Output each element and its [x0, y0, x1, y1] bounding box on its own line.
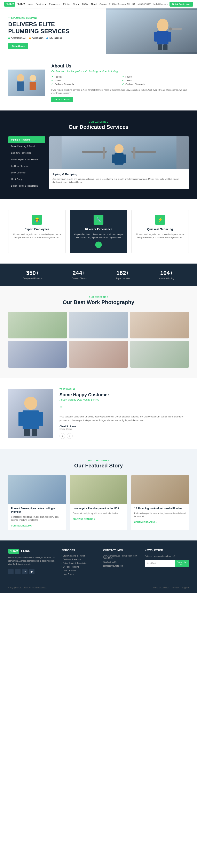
blog-card-content-2: How to get a Plumber permit in the USA C…	[70, 504, 127, 524]
blog-title: Our Featured Story	[8, 463, 189, 469]
feature-arrow-button[interactable]: →	[95, 242, 102, 248]
stat-label-awards: Award Winning	[159, 277, 174, 280]
footer-service-backflow[interactable]: Backflow Prevention	[62, 558, 97, 561]
about-list-item: ✔ Toilets	[51, 79, 118, 82]
testimonial-role: House Owner	[60, 428, 189, 430]
footer-service-leak[interactable]: Leak Detection	[62, 569, 97, 572]
nav-contact[interactable]: Contact	[100, 3, 107, 5]
service-item-24h[interactable]: 24 Hour Plumbing	[8, 163, 45, 169]
svg-rect-18	[123, 155, 126, 163]
service-item-backflow[interactable]: Backflow Prevention	[8, 150, 45, 156]
footer-link-privacy[interactable]: Privacy	[172, 587, 179, 589]
social-linkedin-icon[interactable]: in	[22, 569, 28, 574]
footer-logo-icon: FIJAR	[8, 549, 19, 554]
blog-card-title-2: How to get a Plumber permit in the USA	[73, 507, 124, 510]
services-title: Our Dedicated Services	[8, 124, 189, 130]
footer-bottom: Copyright© 2021 Fijar. All Right Reserve…	[8, 583, 189, 589]
hero-image	[106, 8, 197, 54]
header: FIJAR FIJAR Home Services ▾ Employees Pr…	[0, 0, 197, 8]
nav-pricing[interactable]: Pricing	[63, 3, 70, 5]
stat-clients: 244+ Current Clients	[72, 270, 87, 280]
testimonial-illustration	[8, 389, 53, 438]
get-quote-header-button[interactable]: Get A Quote Now	[169, 2, 193, 7]
feature-title-experience: 10 Years Experience	[74, 227, 123, 231]
blog-grid: Prevent Frozen pipes before calling a Pl…	[8, 475, 189, 530]
blog-card-2: How to get a Plumber permit in the USA C…	[70, 475, 127, 530]
nav-faqs[interactable]: FAQs	[82, 3, 88, 5]
blog-card-title-1: Prevent Frozen pipes before calling a Pl…	[11, 507, 63, 514]
footer-logo-text: FIJAR	[21, 549, 30, 553]
svg-rect-26	[18, 412, 24, 426]
svg-rect-29	[32, 429, 37, 436]
newsletter-email-input[interactable]	[145, 560, 175, 567]
social-googleplus-icon[interactable]: g+	[29, 569, 35, 574]
footer-service-boiler[interactable]: Boiler Repair & Installation	[62, 562, 97, 564]
social-twitter-icon[interactable]: t	[15, 569, 21, 574]
service-item-drain[interactable]: Drain Cleaning & Repair	[8, 143, 45, 150]
about-services-list: ✔ Faucet ✔ Faucet ✔ Toilets ✔ Toilets ✔ …	[51, 75, 189, 86]
hero-title: DELIVERS ELITE PLUMBING SERVICES	[8, 21, 100, 35]
stat-number-completed: 350+	[23, 270, 42, 276]
social-facebook-icon[interactable]: f	[8, 569, 13, 574]
hero-cta-button[interactable]: Get a Quote	[8, 43, 28, 49]
svg-rect-6	[163, 44, 167, 50]
nav-blog[interactable]: Blog ▾	[73, 3, 79, 5]
newsletter-subscribe-button[interactable]: Subscribe Go	[175, 560, 189, 567]
blog-card-title-3: 10 Plumbing works don't need a Plumber	[134, 507, 186, 510]
svg-rect-13	[30, 82, 36, 90]
about-list-item: ✔ Toilets	[122, 79, 189, 82]
feature-card-experience: 🔧 10 Years Experience Aliquam faucibus, …	[70, 210, 127, 253]
testimonial-section: Testimonial Some Happy Customer Perfect …	[0, 378, 197, 449]
hero-section: THE PLUMBING COMPANY DELIVERS ELITE PLUM…	[0, 8, 197, 55]
service-item-piping[interactable]: Piping & Repiping	[8, 136, 45, 143]
feature-text-employees: Aliquam faucibus, odio nec commodo aliqu…	[12, 233, 62, 239]
gallery-item-2	[69, 312, 128, 338]
nav-about[interactable]: About	[91, 3, 97, 5]
nav-home[interactable]: Home	[27, 3, 33, 5]
footer-socials: f t in g+	[8, 569, 55, 574]
blog-read-more-2[interactable]: CONTINUE READING +	[73, 518, 95, 520]
nav-services[interactable]: Services ▾	[36, 3, 46, 5]
testimonial-prev-button[interactable]: ‹	[60, 433, 65, 439]
svg-point-10	[17, 74, 24, 82]
services-card-image	[49, 136, 189, 169]
services-detail-card: Piping & Repiping Aliquam faucibus, odio…	[49, 136, 189, 189]
blog-read-more-1[interactable]: CONTINUE READING +	[11, 525, 34, 527]
testimonial-next-button[interactable]: ›	[67, 433, 73, 439]
footer-link-support[interactable]: Support	[182, 587, 189, 589]
service-item-heat[interactable]: Heat Pumps	[8, 176, 45, 183]
svg-rect-16	[115, 153, 123, 164]
services-inner: OUR EXPERTISE Our Dedicated Services Pip…	[8, 121, 189, 189]
footer-service-24h[interactable]: 24 Hour Plumbing	[62, 566, 97, 568]
nav-employees[interactable]: Employees	[49, 3, 60, 5]
hero-content: THE PLUMBING COMPANY DELIVERS ELITE PLUM…	[0, 8, 106, 55]
footer-service-heat[interactable]: Heat Pumps	[62, 573, 97, 576]
testimonial-content: Testimonial Some Happy Customer Perfect …	[60, 388, 189, 439]
service-item-boiler2[interactable]: Boiler Repair & Installation	[8, 183, 45, 189]
blog-section: FEATURED STORY Our Featured Story Preven…	[0, 449, 197, 540]
about-list-item: ✔ Faucet	[51, 75, 118, 78]
about-cta-button[interactable]: GET CET HERE	[51, 97, 73, 102]
about-section: About Us Our licensed plumber perform al…	[0, 55, 197, 111]
footer-brand: FIJAR FIJAR Donec dapibus mauris id elit…	[8, 549, 55, 577]
footer-service-drain[interactable]: Drain Cleaning & Repair	[62, 555, 97, 557]
blog-card-content-3: 10 Plumbing works don't need a Plumber P…	[131, 504, 189, 527]
service-item-leak[interactable]: Leak Detection	[8, 169, 45, 176]
svg-rect-5	[158, 44, 162, 50]
testimonial-image	[8, 389, 53, 438]
svg-rect-17	[112, 155, 115, 163]
services-section: OUR EXPERTISE Our Dedicated Services Pip…	[0, 111, 197, 199]
testimonial-service: Perfect Garage Door Repair Service	[60, 398, 189, 401]
services-list: Piping & Repiping Drain Cleaning & Repai…	[8, 136, 45, 189]
stat-label-clients: Current Clients	[72, 277, 87, 280]
service-item-boiler[interactable]: Boiler Repair & Installation	[8, 156, 45, 163]
footer-link-terms[interactable]: Terms & Condition	[152, 587, 169, 589]
svg-rect-9	[8, 69, 45, 96]
stat-label-completed: Completed Projects	[23, 277, 42, 280]
footer-services-column: SERVICES Drain Cleaning & Repair Backflo…	[62, 549, 97, 577]
testimonial-title: Some Happy Customer	[60, 392, 189, 398]
svg-point-12	[30, 75, 36, 82]
blog-read-more-3[interactable]: CONTINUE READING +	[134, 521, 157, 523]
blog-image-2	[70, 475, 127, 504]
badge-industrial: INDUSTRIAL	[46, 37, 63, 39]
